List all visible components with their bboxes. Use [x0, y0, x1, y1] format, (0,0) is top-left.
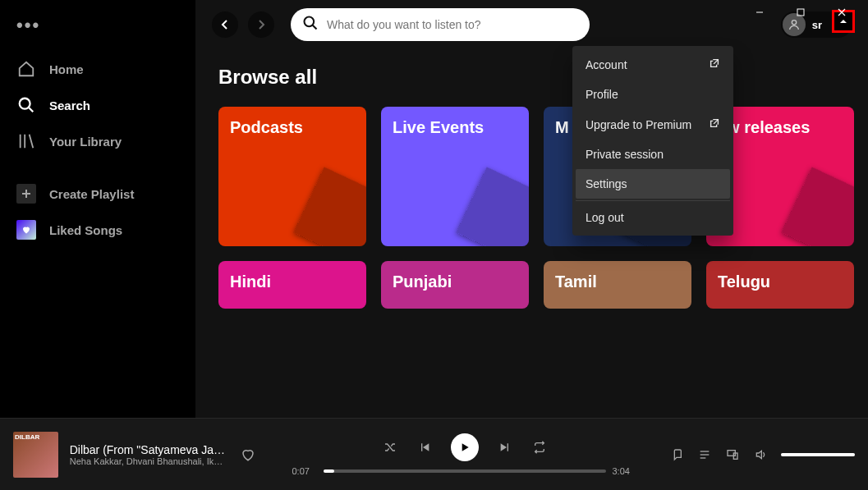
menu-label: Profile — [586, 88, 618, 101]
track-title[interactable]: Dilbar (From "Satyameva Jayate — [70, 443, 226, 456]
main-area: sr Browse all PodcastsLive EventsMew rel… — [195, 0, 868, 490]
nav-label: Search — [49, 98, 90, 112]
home-icon — [16, 59, 36, 79]
nav-create-playlist[interactable]: Create Playlist — [7, 177, 189, 210]
nav-back-button[interactable] — [212, 11, 238, 38]
total-time: 3:04 — [613, 466, 637, 476]
shuffle-button[interactable] — [382, 439, 398, 456]
play-button[interactable] — [451, 433, 479, 461]
menu-label: Private session — [586, 148, 664, 161]
now-playing-art[interactable]: DILBAR — [13, 432, 58, 478]
svg-line-5 — [29, 108, 34, 112]
nav-liked-songs[interactable]: Liked Songs — [7, 213, 189, 246]
lyrics-button[interactable] — [669, 447, 684, 462]
plus-icon — [16, 184, 36, 204]
external-link-icon — [709, 117, 720, 131]
volume-button[interactable] — [753, 447, 768, 462]
previous-button[interactable] — [416, 439, 433, 456]
nav-forward-button[interactable] — [248, 11, 274, 38]
tile-title: Live Events — [393, 118, 517, 137]
external-link-icon — [709, 57, 720, 71]
player-bar: DILBAR Dilbar (From "Satyameva Jayate Ne… — [0, 418, 868, 490]
track-artist[interactable]: Neha Kakkar, Dhvani Bhanushali, Ikka, T — [70, 456, 226, 466]
elapsed-time: 0:07 — [292, 466, 317, 476]
heart-icon — [16, 220, 36, 240]
page-title: Browse all — [218, 66, 845, 89]
menu-label: Settings — [586, 177, 627, 190]
browse-tile[interactable]: Punjabi — [381, 261, 529, 309]
search-input[interactable] — [327, 18, 578, 31]
search-box[interactable] — [291, 8, 590, 41]
next-button[interactable] — [497, 439, 513, 456]
tile-title: Hindi — [230, 272, 355, 291]
app-menu-dots[interactable]: ••• — [7, 10, 189, 49]
nav-label: Your Library — [49, 135, 122, 149]
svg-rect-1 — [797, 9, 804, 16]
progress-bar[interactable] — [324, 469, 606, 473]
menu-settings[interactable]: Settings — [576, 169, 730, 199]
like-button[interactable] — [237, 443, 259, 466]
menu-label: Upgrade to Premium — [586, 118, 691, 131]
menu-upgrade[interactable]: Upgrade to Premium — [576, 109, 730, 140]
tile-title: ew releases — [718, 118, 843, 137]
window-close[interactable] — [825, 0, 858, 25]
nav-label: Create Playlist — [49, 187, 134, 201]
search-icon — [302, 15, 319, 34]
search-icon — [16, 95, 36, 115]
menu-divider — [576, 200, 730, 201]
browse-tile[interactable]: Telugu — [706, 261, 854, 309]
sidebar: ••• Home Search Your Library Create Play… — [0, 0, 195, 490]
browse-tile[interactable]: Live Events — [381, 107, 529, 246]
menu-label: Log out — [586, 211, 624, 224]
menu-private-session[interactable]: Private session — [576, 140, 730, 169]
browse-tile[interactable]: Tamil — [544, 261, 691, 309]
library-icon — [16, 131, 36, 151]
window-minimize[interactable] — [743, 0, 776, 25]
repeat-button[interactable] — [531, 439, 548, 456]
svg-point-4 — [20, 98, 30, 109]
user-dropdown: Account Profile Upgrade to Premium Priva… — [572, 46, 733, 236]
nav-home[interactable]: Home — [7, 53, 189, 85]
tile-art — [457, 167, 529, 246]
menu-profile[interactable]: Profile — [576, 80, 730, 109]
browse-tile[interactable]: Hindi — [218, 261, 366, 309]
tile-art — [782, 167, 854, 246]
nav-search[interactable]: Search — [7, 89, 189, 121]
queue-button[interactable] — [697, 447, 712, 462]
tile-title: Podcasts — [230, 118, 355, 137]
nav-label: Liked Songs — [49, 223, 122, 237]
nav-library[interactable]: Your Library — [7, 125, 189, 158]
menu-label: Account — [586, 58, 627, 71]
nav-label: Home — [49, 62, 84, 76]
svg-point-10 — [305, 17, 315, 27]
window-maximize[interactable] — [784, 0, 817, 25]
browse-tile[interactable]: Podcasts — [218, 107, 366, 246]
tile-title: Tamil — [555, 272, 680, 291]
menu-account[interactable]: Account — [576, 49, 730, 80]
menu-logout[interactable]: Log out — [576, 203, 730, 232]
svg-line-11 — [313, 25, 317, 30]
tile-art — [294, 167, 366, 246]
tile-title: Telugu — [718, 272, 843, 291]
tile-title: Punjabi — [393, 272, 517, 291]
volume-bar[interactable] — [781, 453, 855, 456]
devices-button[interactable] — [725, 447, 740, 462]
